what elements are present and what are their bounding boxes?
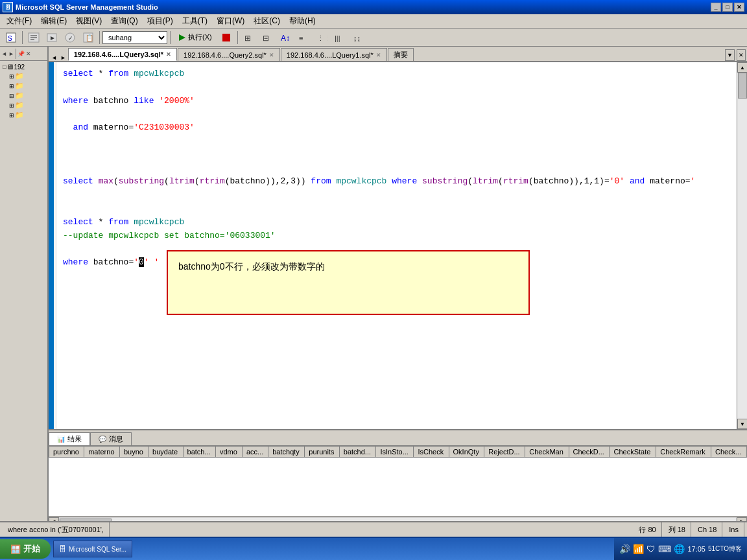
menu-tools[interactable]: 工具(T) [178, 14, 211, 28]
results-content: purchno materno buyno buydate batch... v… [49, 446, 747, 516]
svg-text:⊟: ⊟ [263, 34, 269, 43]
menu-window[interactable]: 窗口(W) [213, 14, 248, 28]
tab-summary[interactable]: 摘要 [388, 48, 414, 61]
database-selector[interactable]: suhang [102, 31, 167, 44]
toolbar-btn-8[interactable]: ≡ [295, 30, 312, 45]
toolbar-separator-2 [99, 31, 100, 44]
toolbar-btn-4[interactable]: 📋 [80, 30, 97, 45]
start-label: 开始 [23, 543, 40, 555]
svg-text:⊞: ⊞ [244, 34, 251, 43]
menu-query[interactable]: 查询(Q) [107, 14, 141, 28]
toolbar-separator-4 [237, 31, 238, 44]
scroll-up[interactable]: ▲ [737, 62, 747, 73]
toolbar-btn-3[interactable]: ✓ [62, 30, 78, 45]
tab-dropdown[interactable]: ▼ [725, 49, 735, 61]
svg-rect-13 [222, 34, 230, 41]
toolbar-btn-5[interactable]: ⊞ [241, 30, 257, 45]
left-panel-close[interactable]: ✕ [26, 51, 31, 57]
tree-children: ⊞ 📁 ⊞ 📁 ⊟ 📁 ⊞ 📁 [1, 71, 46, 120]
col-isInSto: IsInSto... [376, 447, 414, 458]
toolbar-btn-9[interactable]: ⋮⋮ [313, 30, 330, 45]
editor-results-container: select * from mpcwlkcpcb where batchno l… [49, 62, 747, 526]
tree-node-5[interactable]: ⊞ 📁 [8, 110, 46, 120]
toolbar-btn-10[interactable]: ||| [331, 30, 348, 45]
toolbar-btn-6[interactable]: ⊟ [259, 30, 276, 45]
start-button[interactable]: 🪟 开始 [0, 539, 51, 559]
close-button[interactable]: ✕ [734, 3, 744, 12]
taskbar-ssms-label: Microsoft SQL Ser... [69, 546, 126, 553]
results-table: purchno materno buyno buydate batch... v… [49, 446, 747, 458]
toolbar-btn-2[interactable] [43, 30, 60, 45]
code-line-10 [63, 189, 730, 202]
tray-icon-2[interactable]: 📶 [633, 544, 644, 554]
scroll-thumb[interactable] [738, 73, 747, 99]
tree-node-1[interactable]: ⊞ 📁 [8, 71, 46, 81]
code-line-4 [63, 108, 730, 121]
tab-query3[interactable]: 192.168.4.6....LQuery3.sql* ✕ [68, 48, 177, 61]
execute-label: 执行(X) [188, 32, 212, 42]
tree-root[interactable]: □ 🖥 192 [1, 62, 46, 71]
code-line-7 [63, 148, 730, 162]
tab-query2-close[interactable]: ✕ [269, 52, 274, 58]
taskbar-items: 🗄 Microsoft SQL Ser... [51, 541, 614, 557]
scroll-track[interactable] [737, 73, 747, 419]
tab-close-active[interactable]: ✕ [737, 49, 746, 61]
menu-community[interactable]: 社区(C) [250, 14, 284, 28]
menu-view[interactable]: 视图(V) [72, 14, 106, 28]
code-line-20 [63, 415, 730, 428]
tray-icon-3[interactable]: 🛡 [646, 544, 656, 554]
tab-summary-label: 摘要 [394, 50, 408, 60]
toolbar-btn-11[interactable]: ↨↨ [350, 30, 366, 45]
col-checkState: CheckState [610, 447, 656, 458]
tray-icon-4[interactable]: ⌨ [658, 544, 671, 554]
maximize-button[interactable]: □ [722, 3, 733, 12]
tab-query1-close[interactable]: ✕ [376, 52, 381, 58]
svg-text:⋮⋮: ⋮⋮ [317, 34, 327, 42]
results-tab-label: 结果 [67, 434, 82, 444]
svg-text:📋: 📋 [86, 34, 94, 42]
svg-text:↨↨: ↨↨ [353, 34, 361, 42]
left-panel-btn-2[interactable]: ► [8, 51, 14, 57]
tab-results[interactable]: 📊 结果 [49, 432, 90, 445]
window-controls[interactable]: _ □ ✕ [711, 3, 744, 12]
col-okInQty: OkInQty [449, 447, 484, 458]
col-purchno: purchno [49, 447, 84, 458]
col-isCheck: IsCheck [414, 447, 449, 458]
tree-node-4[interactable]: ⊞ 📁 [8, 100, 46, 110]
menu-file[interactable]: 文件(F) [3, 14, 36, 28]
col-buydate: buydate [148, 447, 184, 458]
sql-code-area[interactable]: select * from mpcwlkcpcb where batchno l… [56, 62, 737, 429]
tree-node-2[interactable]: ⊞ 📁 [8, 81, 46, 91]
tab-query1[interactable]: 192.168.4.6....LQuery1.sql* ✕ [281, 48, 387, 61]
toolbar-btn-7[interactable]: A↕ [277, 30, 294, 45]
tab-scroll-left[interactable]: ◄ [50, 54, 58, 61]
tab-query2[interactable]: 192.168.4.6....Query2.sql* ✕ [178, 48, 280, 61]
toolbar-btn-1[interactable] [25, 30, 42, 45]
menu-edit[interactable]: 编辑(E) [37, 14, 71, 28]
svg-text:S: S [8, 35, 12, 42]
new-query-button[interactable]: S [3, 30, 19, 45]
menu-bar: 文件(F) 编辑(E) 视图(V) 查询(Q) 项目(P) 工具(T) 窗口(W… [0, 14, 747, 29]
taskbar-ssms[interactable]: 🗄 Microsoft SQL Ser... [53, 541, 132, 557]
tab-scroll-right[interactable]: ► [59, 54, 67, 61]
menu-project[interactable]: 项目(P) [143, 14, 177, 28]
tab-query3-close[interactable]: ✕ [166, 51, 171, 58]
toolbar-separator-3 [170, 31, 171, 44]
scroll-down[interactable]: ▼ [737, 419, 747, 429]
tree-node-3[interactable]: ⊟ 📁 [8, 91, 46, 100]
tray-icon-1[interactable]: 🔊 [619, 544, 630, 554]
col-batch: batch... [183, 447, 215, 458]
sql-editor[interactable]: select * from mpcwlkcpcb where batchno l… [49, 62, 747, 429]
minimize-button[interactable]: _ [711, 3, 721, 12]
tray-time: 17:05 [687, 545, 706, 553]
code-line-5: and materno='C231030003' [63, 121, 730, 135]
tab-messages[interactable]: 💬 消息 [90, 432, 132, 445]
left-panel-pin[interactable]: 📌 [18, 51, 25, 57]
execute-button[interactable]: 执行(X) [173, 30, 217, 45]
stop-button[interactable] [218, 30, 235, 45]
tray-icon-5[interactable]: 🌐 [674, 544, 685, 554]
menu-help[interactable]: 帮助(H) [285, 14, 320, 28]
tooltip-box: batchno为0不行，必须改为带数字的 [167, 250, 530, 315]
left-panel-btn-1[interactable]: ◄ [1, 51, 7, 57]
editor-scrollbar[interactable]: ▲ ▼ [737, 62, 747, 429]
